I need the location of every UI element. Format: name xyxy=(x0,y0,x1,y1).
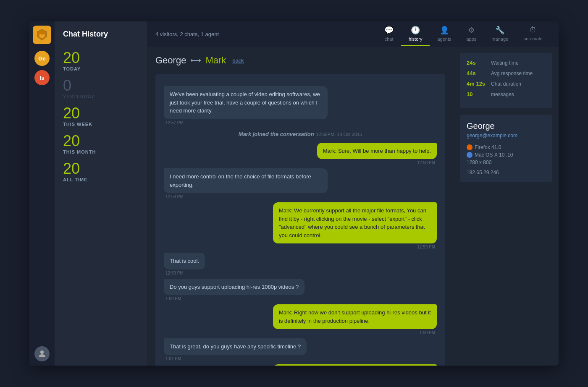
user-ip: 182.65.29.246 xyxy=(467,170,546,175)
stat-duration-label: Chat duration xyxy=(491,81,521,87)
nav-chat[interactable]: 💬 chat xyxy=(377,22,401,46)
stat-yesterday-number: 0 xyxy=(63,78,139,93)
message-6: Do you guys support uploading hi-res 108… xyxy=(164,279,437,301)
chat-to: Mark xyxy=(205,55,226,66)
app-container: Ge Is Chat History 20 TODAY 0 YESTERDAY … xyxy=(29,21,559,366)
resolution-label: 1280 x 800 xyxy=(467,160,491,165)
message-0: We've been evaluating a couple of video … xyxy=(164,86,437,125)
nav-agents-label: agents xyxy=(437,37,451,42)
stat-avg-value: 44s xyxy=(467,70,488,76)
stat-thisweek[interactable]: 20 THIS WEEK xyxy=(55,102,147,130)
stat-duration: 4m 12s Chat duration xyxy=(467,81,546,87)
top-nav: 4 visitors, 2 chats, 1 agent 💬 chat 🕐 hi… xyxy=(147,21,559,47)
user-browser: Firefox 41.0 xyxy=(467,144,546,150)
user-resolution: 1280 x 800 xyxy=(467,160,546,165)
sidebar-title: Chat History xyxy=(55,30,147,47)
time-6: 1:00 PM xyxy=(164,296,183,301)
history-icon: 🕐 xyxy=(411,26,420,35)
bubble-6: Do you guys support uploading hi-res 108… xyxy=(164,279,304,295)
stat-alltime-number: 20 xyxy=(63,161,139,176)
stat-today-label: TODAY xyxy=(63,66,139,71)
time-7: 1:00 PM xyxy=(418,330,437,335)
bubble-5: That is cool. xyxy=(164,253,205,269)
stat-today-number: 20 xyxy=(63,50,139,65)
bubble-7: Mark: Right now we don't support uploadi… xyxy=(273,304,437,329)
nav-apps-label: apps xyxy=(467,37,477,42)
agents-icon: 👤 xyxy=(440,26,449,35)
stat-thisweek-label: THIS WEEK xyxy=(63,122,139,127)
chat-header: George ⟷ Mark back xyxy=(155,55,445,66)
nav-chat-label: chat xyxy=(385,37,394,42)
stat-waiting: 24s Waiting time xyxy=(467,60,546,66)
stat-waiting-value: 24s xyxy=(467,60,488,66)
bubble-2: Mark: Sure, Will be more than happy to h… xyxy=(317,143,437,160)
stat-yesterday[interactable]: 0 YESTERDAY xyxy=(55,75,147,102)
sidebar: Chat History 20 TODAY 0 YESTERDAY 20 THI… xyxy=(55,21,147,366)
nav-history-label: history xyxy=(409,37,422,42)
chat-from: George xyxy=(155,55,186,66)
stat-messages-label: messages xyxy=(491,92,514,97)
stat-avg-label: Avg response time xyxy=(491,71,533,76)
firefox-icon xyxy=(467,144,472,150)
avatar-ge[interactable]: Ge xyxy=(34,51,50,66)
stat-alltime-label: ALL TIME xyxy=(63,177,139,182)
nav-apps[interactable]: ⚙ apps xyxy=(459,22,484,46)
user-name: George xyxy=(467,121,546,131)
nav-agents[interactable]: 👤 agents xyxy=(430,22,459,46)
stat-waiting-label: Waiting time xyxy=(491,60,519,66)
stat-alltime[interactable]: 20 ALL TIME xyxy=(55,158,147,186)
browser-label: Firefox 41.0 xyxy=(475,144,501,150)
nav-manage[interactable]: 🔧 manage xyxy=(484,22,516,46)
nav-history[interactable]: 🕐 history xyxy=(401,22,430,46)
arrow-icon: ⟷ xyxy=(190,56,201,65)
stat-messages: 10 messages xyxy=(467,91,546,97)
message-5: That is cool. 12:59 PM xyxy=(164,253,437,275)
message-7: Mark: Right now we don't support uploadi… xyxy=(164,304,437,335)
nav-items: 💬 chat 🕐 history 👤 agents ⚙ apps 🔧 xyxy=(377,22,550,46)
message-8: That is great, do you guys have any spec… xyxy=(164,338,437,361)
message-3: I need more control on the the choice of… xyxy=(164,168,437,199)
stat-thismonth-number: 20 xyxy=(63,133,139,149)
message-4: Mark: We currently support all the major… xyxy=(164,202,437,249)
stat-thismonth[interactable]: 20 THIS MONTH xyxy=(55,130,147,158)
nav-automate[interactable]: ⏱ automate xyxy=(516,22,550,46)
system-text-1: Mark joined the conversation xyxy=(239,131,314,137)
stat-thismonth-label: THIS MONTH xyxy=(63,149,139,154)
bubble-9: Mark: I can promise you a tentative time… xyxy=(273,364,437,366)
main-content: 4 visitors, 2 chats, 1 agent 💬 chat 🕐 hi… xyxy=(147,21,559,366)
logo-icon xyxy=(33,26,51,44)
chat-icon: 💬 xyxy=(384,26,394,35)
avatar-is[interactable]: Is xyxy=(34,70,50,85)
time-0: 12:57 PM xyxy=(164,120,185,125)
stat-messages-value: 10 xyxy=(467,91,488,97)
manage-icon: 🔧 xyxy=(495,26,504,35)
bubble-3: I need more control on the the choice of… xyxy=(164,168,328,193)
chat-messages: We've been evaluating a couple of video … xyxy=(155,74,445,366)
stat-today[interactable]: 20 TODAY xyxy=(55,47,147,75)
time-4: 12:59 PM xyxy=(415,245,437,249)
stat-thisweek-number: 20 xyxy=(63,106,139,121)
icon-bar: Ge Is xyxy=(29,21,55,366)
message-1: Mark joined the conversation 12:58PM, 13… xyxy=(164,130,437,138)
bubble-0: We've been evaluating a couple of video … xyxy=(164,86,328,119)
user-os: Mac OS X 10 .10 xyxy=(467,152,546,158)
user-email: george@example.com xyxy=(467,133,546,139)
content-area: George ⟷ Mark back We've been evaluating… xyxy=(147,47,559,366)
mac-icon xyxy=(467,152,472,158)
time-8: 1:01 PM xyxy=(164,356,183,361)
info-panel: 24s Waiting time 44s Avg response time 4… xyxy=(454,47,559,366)
stat-duration-value: 4m 12s xyxy=(467,81,488,87)
time-2: 12:58 PM xyxy=(415,160,437,165)
info-stats: 24s Waiting time 44s Avg response time 4… xyxy=(460,53,552,108)
back-link[interactable]: back xyxy=(232,58,244,64)
apps-icon: ⚙ xyxy=(468,26,475,35)
time-5: 12:59 PM xyxy=(164,271,185,275)
status-bar: 4 visitors, 2 chats, 1 agent xyxy=(155,31,377,37)
nav-automate-label: automate xyxy=(523,36,543,41)
stat-avg-response: 44s Avg response time xyxy=(467,70,546,76)
user-avatar[interactable] xyxy=(34,346,50,361)
os-label: Mac OS X 10 .10 xyxy=(475,152,513,158)
message-9: Mark: I can promise you a tentative time… xyxy=(164,364,437,366)
system-time-1: 12:58PM, 13 Oct 2015 xyxy=(316,132,362,137)
stat-yesterday-label: YESTERDAY xyxy=(63,94,139,99)
